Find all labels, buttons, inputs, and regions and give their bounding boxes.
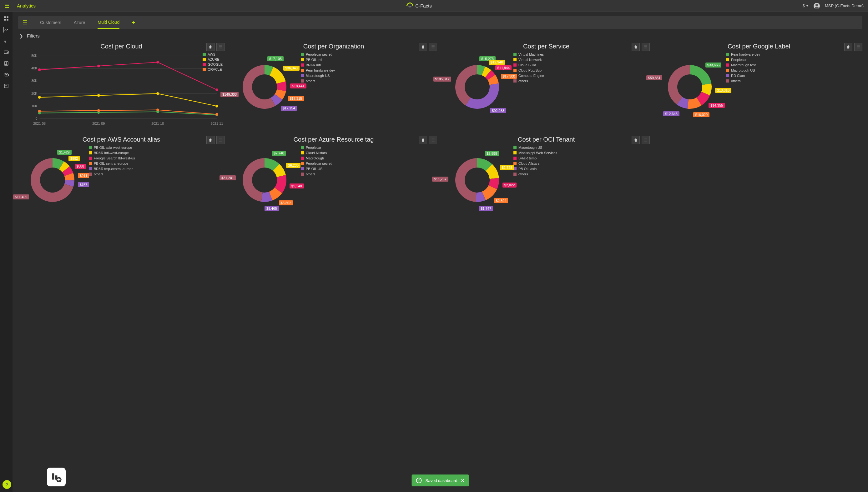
- toast-saved: ✓ Saved dashboard ✕: [412, 474, 469, 486]
- legend-item[interactable]: ORACLE: [202, 68, 223, 71]
- legend-item[interactable]: Peoplecar secret: [301, 52, 437, 56]
- menu-toggle-icon[interactable]: ☰: [4, 2, 9, 9]
- svg-rect-64: [52, 473, 54, 479]
- nav-wallet-icon[interactable]: [3, 49, 9, 55]
- delete-chart-button[interactable]: [207, 43, 215, 51]
- slice-value-label: $16,029: [693, 112, 709, 117]
- legend-item[interactable]: Peoplecar: [301, 146, 437, 149]
- legend-item[interactable]: others: [301, 79, 437, 83]
- nav-cost-icon[interactable]: €: [3, 38, 9, 44]
- add-tab-button[interactable]: +: [132, 19, 136, 26]
- svg-point-44: [156, 108, 159, 111]
- nav-dashboard-icon[interactable]: [3, 16, 9, 21]
- chart-menu-button[interactable]: [429, 43, 437, 51]
- slice-value-label: $14,355: [708, 103, 725, 108]
- legend-item[interactable]: Virtual Network: [513, 58, 650, 62]
- svg-rect-9: [4, 84, 8, 88]
- legend-item[interactable]: PB OIL-central-europe: [89, 162, 224, 165]
- legend-item[interactable]: Froogle Search ltd-west-us: [89, 156, 224, 160]
- delete-chart-button[interactable]: [207, 136, 215, 144]
- chart-menu-button[interactable]: [642, 136, 650, 144]
- legend-item[interactable]: Pear hardware dev: [301, 69, 437, 72]
- legend-item[interactable]: others: [513, 79, 650, 83]
- legend-item[interactable]: Macrotough US: [726, 69, 862, 72]
- legend-item[interactable]: Peoplecar: [726, 58, 862, 62]
- legend-item[interactable]: Cloud Allstars: [301, 151, 437, 155]
- slice-value-label: $5,802: [279, 200, 293, 205]
- svg-rect-59: [432, 140, 434, 140]
- legend-item[interactable]: GOOGLE: [202, 63, 223, 66]
- legend-item[interactable]: BR&R intl-west-europe: [89, 151, 224, 155]
- chart-panel-cost_per_org: Cost per Organization $17,105$36,343$18,…: [230, 43, 437, 130]
- chart-menu-button[interactable]: [854, 43, 862, 51]
- svg-text:2021-09: 2021-09: [92, 122, 105, 125]
- tab-multi-cloud[interactable]: Multi Cloud: [98, 16, 119, 29]
- legend-item[interactable]: Cloud Pub/Sub: [513, 69, 650, 72]
- legend-item[interactable]: Macrotough US: [301, 74, 437, 77]
- legend-item[interactable]: Cloud Build: [513, 63, 650, 67]
- legend-item[interactable]: others: [89, 172, 224, 176]
- nav-archive-icon[interactable]: [3, 83, 9, 89]
- user-avatar-icon[interactable]: [814, 3, 820, 9]
- legend-item[interactable]: PB OIL asia: [513, 167, 650, 171]
- legend-item[interactable]: Cloud Allstars: [513, 162, 650, 165]
- svg-rect-12: [219, 47, 222, 47]
- nav-contacts-icon[interactable]: [3, 60, 9, 66]
- slice-value-label: $92,983: [490, 108, 506, 113]
- tab-customers[interactable]: Customers: [40, 16, 61, 29]
- legend-item[interactable]: PB OIL intl: [301, 58, 437, 62]
- toast-text: Saved dashboard: [426, 478, 457, 483]
- legend-item[interactable]: others: [513, 172, 650, 176]
- legend-item[interactable]: Pear hardware dev: [726, 52, 862, 56]
- legend-item[interactable]: RD Clam: [726, 74, 862, 77]
- delete-chart-button[interactable]: [632, 43, 640, 51]
- svg-rect-2: [4, 19, 6, 21]
- tabs-row: ☰ Customers Azure Multi Cloud +: [18, 16, 862, 29]
- delete-chart-button[interactable]: [419, 43, 427, 51]
- legend-item[interactable]: others: [301, 172, 437, 176]
- toast-close-icon[interactable]: ✕: [461, 478, 464, 483]
- legend-item[interactable]: PB OIL asia-west-europe: [89, 146, 224, 149]
- legend-item[interactable]: AZURE: [202, 57, 223, 61]
- legend-item[interactable]: Virtual Machines: [513, 52, 650, 56]
- svg-text:10K: 10K: [31, 104, 38, 108]
- svg-text:30K: 30K: [31, 79, 38, 82]
- chart-legend: PeoplecarCloud AllstarsMacrotoughPeoplec…: [299, 146, 437, 215]
- delete-chart-button[interactable]: [844, 43, 852, 51]
- svg-text:50K: 50K: [31, 54, 38, 57]
- svg-rect-3: [7, 19, 8, 21]
- chart-menu-button[interactable]: [216, 43, 224, 51]
- currency-selector[interactable]: $: [803, 3, 809, 8]
- nav-upload-icon[interactable]: [3, 72, 9, 77]
- svg-rect-57: [219, 141, 222, 141]
- tabs-menu-icon[interactable]: ☰: [23, 19, 27, 26]
- delete-chart-button[interactable]: [419, 136, 427, 144]
- chart-menu-button[interactable]: [429, 136, 437, 144]
- legend-item[interactable]: BR&R intl: [301, 63, 437, 67]
- legend-item[interactable]: Macrotough test: [726, 63, 862, 67]
- legend-item[interactable]: Macrotough US: [513, 146, 650, 149]
- legend-item[interactable]: others: [726, 79, 862, 83]
- chart-menu-button[interactable]: [642, 43, 650, 51]
- nav-analytics-icon[interactable]: [3, 27, 9, 32]
- legend-item[interactable]: BR&R temp: [513, 156, 650, 160]
- legend-item[interactable]: BR&R tmp-central-europe: [89, 167, 224, 171]
- delete-chart-button[interactable]: [632, 136, 640, 144]
- filters-row[interactable]: ❯ Filters: [18, 29, 862, 43]
- chart-menu-button[interactable]: [216, 136, 224, 144]
- tab-azure[interactable]: Azure: [74, 16, 86, 29]
- add-widget-button[interactable]: [47, 468, 66, 486]
- help-button[interactable]: ?: [2, 480, 11, 489]
- svg-rect-53: [857, 47, 860, 47]
- chart-title: Cost per OCI Tenant: [443, 136, 650, 143]
- chart-title: Cost per Google Label: [655, 43, 862, 50]
- slice-value-label: $17,105: [267, 56, 284, 61]
- legend-item[interactable]: Compute Engine: [513, 74, 650, 77]
- legend-item[interactable]: AWS: [202, 52, 223, 56]
- legend-item[interactable]: Macrotough: [301, 156, 437, 160]
- svg-rect-60: [432, 141, 434, 141]
- page-title: Analytics: [17, 3, 35, 8]
- legend-item[interactable]: PB OIL US: [301, 167, 437, 171]
- legend-item[interactable]: Peoplecar secret: [301, 162, 437, 165]
- legend-item[interactable]: Mississippi Web Services: [513, 151, 650, 155]
